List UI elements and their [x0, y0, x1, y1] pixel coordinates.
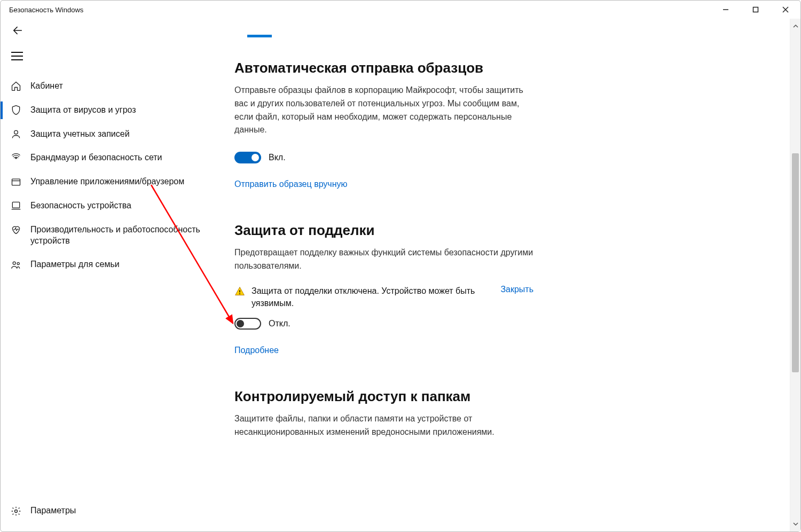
nav-item-virus[interactable]: Защита от вирусов и угроз — [1, 98, 219, 122]
section-sample-submission: Автоматическая отправка образцов Отправь… — [234, 60, 533, 189]
toggle-row: Вкл. — [234, 152, 533, 163]
content-area: Автоматическая отправка образцов Отправь… — [219, 19, 790, 531]
home-icon — [10, 81, 22, 91]
back-row — [1, 19, 219, 42]
nav-label: Управление приложениями/браузером — [30, 176, 184, 187]
app-body: Кабинет Защита от вирусов и угроз Защита… — [1, 19, 800, 531]
svg-point-12 — [15, 510, 18, 512]
close-button[interactable] — [771, 1, 800, 19]
toggle-row: Откл. — [234, 318, 533, 330]
scroll-down-arrow-icon[interactable] — [790, 519, 800, 529]
nav-label: Кабинет — [30, 81, 63, 92]
nav-item-family[interactable]: Параметры для семьи — [1, 253, 219, 277]
learn-more-link[interactable]: Подробнее — [234, 346, 279, 355]
warning-banner: Защита от подделки отключена. Устройство… — [234, 285, 533, 309]
network-icon — [10, 153, 22, 163]
window-controls — [711, 1, 800, 19]
titlebar: Безопасность Windows — [1, 1, 800, 19]
nav-label: Параметры для семьи — [30, 259, 120, 270]
nav-item-home[interactable]: Кабинет — [1, 74, 219, 98]
scroll-track[interactable] — [790, 32, 800, 519]
svg-point-4 — [14, 130, 18, 134]
svg-point-14 — [239, 293, 240, 294]
app-window: Безопасность Windows — [0, 0, 801, 532]
family-icon — [10, 260, 22, 270]
nav-list: Кабинет Защита от вирусов и угроз Защита… — [1, 70, 219, 499]
minimize-button[interactable] — [711, 1, 741, 19]
window-title: Безопасность Windows — [9, 6, 83, 14]
nav-item-firewall[interactable]: Брандмауэр и безопасность сети — [1, 146, 219, 170]
submit-sample-link[interactable]: Отправить образец вручную — [234, 179, 348, 189]
section-description: Предотвращает подделку важных функций си… — [234, 246, 533, 273]
warning-dismiss-link[interactable]: Закрыть — [500, 285, 533, 294]
svg-rect-1 — [753, 7, 758, 12]
warning-text: Защита от подделки отключена. Устройство… — [252, 285, 489, 309]
nav-item-appbrowser[interactable]: Управление приложениями/браузером — [1, 170, 219, 194]
shield-icon — [10, 105, 22, 115]
device-icon — [10, 200, 22, 211]
scroll-thumb[interactable] — [792, 153, 799, 372]
hamburger-button[interactable] — [8, 46, 27, 66]
section-controlled-folder-access: Контролируемый доступ к папкам Защитите … — [234, 388, 533, 439]
nav-label: Защита от вирусов и угроз — [30, 105, 136, 116]
nav-item-settings[interactable]: Параметры — [1, 499, 219, 523]
arrow-left-icon — [12, 25, 23, 36]
nav-label: Безопасность устройства — [30, 200, 131, 212]
content-inner: Автоматическая отправка образцов Отправь… — [234, 35, 533, 439]
nav-label: Брандмауэр и безопасность сети — [30, 152, 162, 163]
hamburger-row — [1, 42, 219, 70]
svg-rect-8 — [12, 202, 19, 208]
sample-submission-toggle[interactable] — [234, 152, 261, 163]
gear-icon — [10, 506, 22, 517]
nav-label: Защита учетных записей — [30, 129, 130, 140]
accent-strip — [247, 35, 272, 37]
heart-icon — [10, 224, 22, 235]
nav-label: Производительность и работоспособность у… — [30, 224, 214, 247]
svg-point-11 — [17, 262, 19, 264]
svg-rect-6 — [12, 179, 20, 185]
section-title: Автоматическая отправка образцов — [234, 60, 533, 76]
tamper-protection-toggle[interactable] — [234, 318, 261, 330]
toggle-state-label: Откл. — [269, 319, 290, 328]
nav-item-account[interactable]: Защита учетных записей — [1, 122, 219, 146]
section-tamper-protection: Защита от подделки Предотвращает подделк… — [234, 222, 533, 355]
left-column: Кабинет Защита от вирусов и угроз Защита… — [1, 19, 219, 531]
warning-icon — [234, 286, 245, 299]
section-description: Защитите файлы, папки и области памяти н… — [234, 412, 533, 439]
scroll-up-arrow-icon[interactable] — [790, 21, 800, 32]
nav-label: Параметры — [30, 505, 76, 517]
back-button[interactable] — [8, 21, 27, 40]
bottom-nav: Параметры — [1, 499, 219, 531]
svg-point-10 — [13, 262, 15, 264]
person-icon — [10, 129, 22, 139]
nav-item-device[interactable]: Безопасность устройства — [1, 194, 219, 218]
section-title: Контролируемый доступ к папкам — [234, 388, 533, 405]
nav-item-performance[interactable]: Производительность и работоспособность у… — [1, 218, 219, 253]
maximize-button[interactable] — [741, 1, 771, 19]
toggle-state-label: Вкл. — [269, 153, 286, 162]
app-browser-icon — [10, 177, 22, 187]
section-title: Защита от подделки — [234, 222, 533, 239]
content-wrap: Автоматическая отправка образцов Отправь… — [219, 19, 800, 531]
section-description: Отправьте образцы файлов в корпорацию Ма… — [234, 84, 533, 137]
vertical-scrollbar[interactable] — [790, 19, 800, 531]
